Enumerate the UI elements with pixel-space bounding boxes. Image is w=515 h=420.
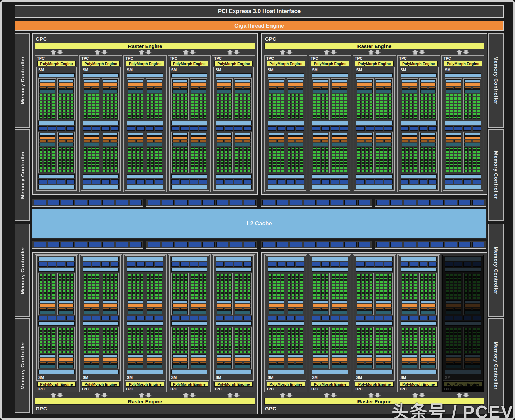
cuda-core-cell [176, 338, 179, 340]
sm-brown-bar [172, 362, 179, 364]
sm-label: SM [268, 375, 304, 380]
cuda-core-cell [370, 163, 373, 166]
cuda-core-cell [151, 344, 154, 347]
cuda-core-cell [244, 110, 247, 112]
cuda-core-cell [136, 293, 139, 296]
cuda-core-cell [325, 94, 328, 96]
cuda-core-cell [48, 328, 51, 331]
cuda-core-cell [469, 94, 472, 96]
cuda-core-cell [281, 147, 284, 150]
cuda-core-cell [70, 277, 74, 280]
cuda-core-cell [446, 157, 449, 159]
cuda-core-cell [155, 160, 158, 163]
cuda-core-cell [357, 101, 360, 103]
cuda-core-cell [195, 338, 198, 340]
cuda-core-cell [370, 107, 373, 109]
cuda-core-cell [402, 94, 405, 96]
cuda-core-cell [140, 334, 143, 337]
cuda-core-cell [203, 97, 206, 100]
sm-lightblue-full-bar [83, 268, 119, 272]
cuda-core-cell [229, 351, 232, 353]
cuda-core-cell [111, 284, 114, 286]
cuda-core-cell [229, 334, 232, 337]
sm-sub-block [312, 273, 330, 315]
cuda-core-cell [380, 328, 383, 331]
cuda-core-cell [128, 113, 131, 115]
cuda-core-cell [203, 297, 206, 299]
cuda-core-cell [58, 110, 61, 112]
sm-darkblue-segment [445, 179, 453, 184]
sm-darkblue-segment [48, 179, 56, 184]
cuda-core-cell [70, 341, 74, 344]
cuda-core-cell [380, 154, 383, 156]
tpc-label: TPC [125, 387, 165, 392]
sm-lightblue-full-bar [127, 185, 163, 189]
cuda-core-cell [292, 344, 295, 347]
cuda-core-cell [340, 113, 343, 115]
cuda-core-cell [424, 94, 427, 96]
cuda-core-cell [225, 170, 228, 172]
sm-brown-bar [155, 87, 162, 89]
cuda-core-cell [159, 293, 162, 296]
cuda-core-cell [288, 170, 291, 172]
cuda-core-cell [281, 157, 284, 159]
cuda-core-cell [332, 341, 335, 344]
cuda-core-cell [414, 170, 417, 172]
cuda-core-cell [66, 104, 69, 106]
cuda-core-cell [414, 290, 417, 293]
sm-brown-bar [384, 87, 392, 89]
cuda-core-cell [273, 297, 276, 299]
cuda-core-cell [469, 160, 472, 163]
cuda-core-cell [370, 166, 373, 169]
cuda-core-cell [269, 338, 272, 340]
cuda-core-cell [225, 287, 228, 290]
cuda-core-cell [66, 116, 69, 119]
cuda-core-cell [136, 104, 139, 106]
cuda-core-cell [239, 94, 242, 96]
cuda-core-cell [199, 334, 202, 337]
sm-lightblue-full-bar [83, 321, 119, 326]
cuda-core-cell [140, 107, 143, 109]
cuda-core-cell [406, 341, 409, 344]
cuda-core-cell [217, 274, 220, 277]
sm-sub-block [375, 327, 393, 369]
cuda-core-cell [96, 116, 99, 119]
sm-brown-bar [48, 87, 55, 89]
cuda-core-cell [239, 97, 242, 100]
sm-brown-bar [235, 87, 242, 89]
cuda-core-cell [96, 101, 99, 103]
cuda-core-cell [336, 351, 339, 353]
sm-lightblue-bar [58, 300, 74, 303]
cuda-core-cell [313, 338, 316, 340]
cuda-core-cell [477, 101, 480, 103]
cuda-core-cell [92, 147, 95, 150]
sm-darkblue-row [312, 179, 348, 184]
cuda-core-cell [92, 166, 95, 169]
cuda-core-cell [103, 341, 106, 344]
cuda-core-cell [225, 104, 228, 106]
cuda-core-cell [132, 284, 135, 286]
cuda-core-cell [111, 166, 114, 169]
cuda-core-cell [184, 341, 188, 344]
cuda-core-cell [199, 293, 202, 296]
sm-lightblue-bar [420, 79, 436, 82]
cuda-core-cell [239, 328, 242, 331]
cuda-core-cell [420, 150, 423, 153]
cuda-core-cell [70, 280, 74, 283]
cuda-core-cell [115, 150, 118, 153]
cuda-core-cell [344, 110, 347, 112]
cuda-core-cell [376, 150, 379, 153]
arrow-cell [212, 49, 255, 55]
sm-darkblue-row [356, 126, 392, 131]
cuda-core-cell [151, 284, 154, 286]
cuda-core-cell [433, 170, 436, 172]
cuda-core-cell [48, 344, 51, 347]
cuda-core-cell [288, 97, 291, 100]
cuda-core-cell [103, 110, 106, 112]
cuda-core-cell [477, 280, 480, 283]
sm-orange-bar [402, 136, 417, 139]
sm-block: SM [36, 255, 77, 381]
cuda-core-cell [44, 280, 47, 283]
cuda-core-cell [292, 277, 295, 280]
cuda-core-cell [111, 331, 114, 334]
